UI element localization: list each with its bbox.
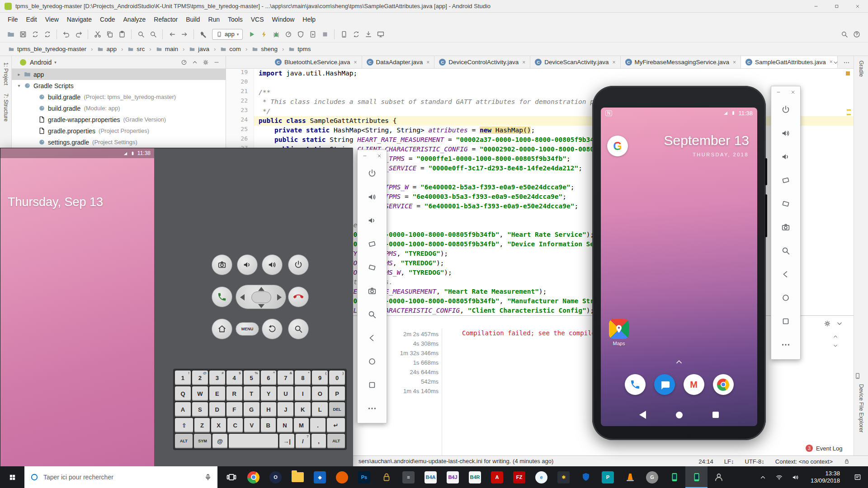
power-button[interactable] (288, 254, 309, 275)
tray-network-icon[interactable] (774, 471, 784, 483)
lock-icon[interactable] (844, 458, 850, 465)
key-X[interactable]: X (211, 418, 226, 432)
taskbar-app-paint[interactable]: P (597, 466, 619, 488)
key-Z[interactable]: Z (194, 418, 210, 432)
mic-icon[interactable] (204, 473, 212, 481)
maps-app[interactable]: Maps (608, 319, 630, 346)
taskbar-app-utility[interactable]: ✱ (552, 466, 575, 488)
key-DEL[interactable]: DEL (329, 402, 345, 417)
breadcrumb-item-src[interactable]: src (126, 46, 146, 52)
key-K[interactable]: K (295, 402, 311, 417)
menu-item-navigate[interactable]: Navigate (63, 13, 96, 26)
back-icon[interactable] (166, 28, 178, 40)
run-settings-icon[interactable] (821, 318, 833, 329)
settings-icon[interactable] (200, 57, 211, 68)
key-C[interactable]: C (227, 418, 243, 432)
editor-tab-BluetoothLeService.java[interactable]: CBluetoothLeService.java× (270, 56, 362, 68)
menu-item-tools[interactable]: Tools (224, 13, 247, 26)
nav-back-icon[interactable] (639, 411, 646, 419)
close-button[interactable] (847, 0, 868, 13)
key-P[interactable]: P (329, 386, 345, 401)
dpad-down-icon[interactable] (258, 304, 264, 308)
taskbar-app-browser-dark[interactable]: O (264, 466, 287, 488)
menu-item-vcs[interactable]: VCS (247, 13, 268, 26)
tree-item-gradle-properties[interactable]: gradle.properties(Project Properties) (12, 125, 226, 136)
emulator-screen-right[interactable]: N 11:38 G September 13 THURSDAY, 2018 Ma… (601, 108, 757, 426)
tool-tab-project[interactable]: 1: Project (3, 62, 9, 85)
taskbar-app-photos[interactable]: ◆ (309, 466, 331, 488)
overview-icon[interactable] (771, 310, 800, 333)
taskbar-app-password-tool[interactable] (375, 466, 397, 488)
run-config-selector[interactable]: app▾ (212, 29, 243, 40)
sync-icon[interactable] (29, 28, 41, 40)
search-button[interactable] (288, 319, 309, 339)
tray-chevron-up-icon[interactable] (758, 471, 768, 483)
key-/[interactable]: /? (296, 434, 310, 448)
run-icon[interactable] (245, 28, 258, 40)
volume-down-icon[interactable] (358, 209, 387, 232)
locate-icon[interactable] (179, 57, 189, 68)
key-O[interactable]: O (312, 386, 328, 401)
attach-debugger-icon[interactable] (307, 28, 319, 40)
key-@[interactable]: @ (212, 434, 227, 448)
taskbar-app-internet-explorer[interactable]: e (530, 466, 552, 488)
key-N[interactable]: N (277, 418, 292, 432)
key-F[interactable]: F (226, 402, 242, 417)
key-space[interactable] (229, 434, 278, 448)
key-I[interactable]: I (295, 386, 311, 401)
taskbar-app-vlc[interactable] (619, 466, 641, 488)
taskbar-app-filezilla[interactable]: FZ (508, 466, 530, 488)
close-icon[interactable] (375, 152, 383, 160)
back-icon[interactable] (358, 326, 387, 350)
key-5[interactable]: 5% (244, 371, 259, 385)
sync-settings-icon[interactable] (41, 28, 53, 40)
power-icon[interactable] (358, 162, 387, 185)
volume-down-icon[interactable] (771, 145, 800, 169)
tabs-list-icon[interactable] (830, 57, 841, 68)
overview-icon[interactable] (358, 373, 387, 397)
dpad-center-button[interactable] (251, 291, 271, 303)
avd-manager-icon[interactable] (338, 28, 350, 40)
editor-tab-DataAdapter.java[interactable]: CDataAdapter.java× (362, 56, 435, 68)
key-V[interactable]: V (244, 418, 259, 432)
rotate-right-icon[interactable] (358, 256, 387, 279)
emulator-screen-left[interactable]: 11:38 Thursday, Sep 13 (0, 148, 154, 467)
editor-tab-SampleGattAttributes.java[interactable]: CSampleGattAttributes.java× (741, 56, 838, 68)
menu-item-view[interactable]: View (41, 13, 63, 26)
camera-button[interactable] (212, 254, 232, 275)
menu-item-edit[interactable]: Edit (22, 13, 41, 26)
taskbar-app-acrobat[interactable]: A (486, 466, 508, 488)
paste-icon[interactable] (116, 28, 128, 40)
taskbar-app-photoshop[interactable]: Ps (353, 466, 375, 488)
phone-app-icon[interactable] (625, 374, 646, 395)
taskbar-app-file-explorer[interactable] (287, 466, 309, 488)
nav-home-icon[interactable] (676, 412, 683, 418)
menu-button[interactable]: MENU (236, 322, 259, 336)
taskbar-app-chrome[interactable] (242, 466, 264, 488)
menu-item-help[interactable]: Help (298, 13, 320, 26)
home-button[interactable] (212, 319, 232, 339)
key-3[interactable]: 3# (209, 371, 225, 385)
breadcrumb-item-app[interactable]: app (95, 46, 118, 52)
cut-icon[interactable] (91, 28, 104, 40)
taskbar-app-notes[interactable]: ≡ (397, 466, 420, 488)
build-timing[interactable]: 1m 32s 346ms (389, 348, 439, 358)
messages-app-icon[interactable] (654, 374, 675, 395)
taskbar-app-b4j[interactable]: B4J (442, 466, 464, 488)
menu-item-run[interactable]: Run (204, 13, 224, 26)
taskbar-app-defender[interactable] (575, 466, 597, 488)
key-→|[interactable]: →| (279, 434, 294, 448)
breadcrumb-item-tpms[interactable]: tpms (287, 46, 312, 52)
key-.[interactable]: . (310, 418, 326, 432)
menu-item-analyze[interactable]: Analyze (119, 13, 150, 26)
replace-icon[interactable] (147, 28, 159, 40)
event-log[interactable]: 3 Event Log (806, 443, 843, 453)
close-tab-icon[interactable]: × (426, 59, 429, 66)
tree-item-build-gradle[interactable]: build.gradle(Project: tpms_ble_tyredog-m… (12, 91, 226, 103)
key-R[interactable]: R (226, 386, 242, 401)
copy-icon[interactable] (104, 28, 116, 40)
build-timing[interactable]: 24s 644ms (389, 367, 439, 377)
taskbar-app-gimp[interactable]: G (641, 466, 663, 488)
collapse-all-icon[interactable] (189, 57, 200, 68)
breadcrumb-item-java[interactable]: java (187, 46, 211, 52)
